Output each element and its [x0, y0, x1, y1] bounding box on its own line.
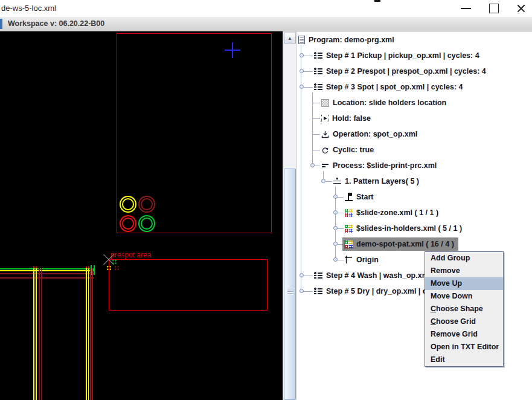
- tree-guide: [301, 45, 301, 291]
- scroll-up-button[interactable]: ▲: [284, 33, 296, 44]
- title-bar: de-ws-5-loc.xml: [0, 0, 532, 17]
- play-bracket-icon: [321, 115, 328, 122]
- workspace-toolbar: Workspace v: 06.20.22-B00: [0, 17, 532, 31]
- expand-handle-icon[interactable]: [333, 210, 338, 215]
- post-yellow-4: [88, 268, 89, 400]
- checklist-icon: [314, 83, 322, 91]
- expand-handle-icon[interactable]: [333, 257, 338, 262]
- checklist-icon: [314, 287, 322, 295]
- tree-item-hold[interactable]: Hold: false: [321, 113, 371, 124]
- menu-item-choose-grid[interactable]: Choose Grid: [425, 315, 503, 328]
- menu-item-choose-shape[interactable]: Choose Shape: [425, 303, 503, 315]
- expand-handle-icon[interactable]: [300, 85, 304, 89]
- expand-handle-icon[interactable]: [300, 289, 304, 293]
- process-bars-icon: [321, 162, 329, 169]
- window-title: de-ws-5-loc.xml: [1, 4, 56, 13]
- menu-item-open-txt-editor[interactable]: Open in TXT Editor: [425, 341, 503, 353]
- expand-handle-icon[interactable]: [333, 195, 338, 199]
- expand-handle-icon[interactable]: [310, 163, 315, 167]
- menu-item-remove-grid[interactable]: Remove Grid: [425, 328, 503, 341]
- expand-handle-icon[interactable]: [333, 242, 338, 246]
- tree-item-origin[interactable]: Origin: [345, 254, 379, 265]
- tree-item-step-3[interactable]: Step # 3 Spot | spot_op.xml | cycles: 4: [314, 82, 463, 92]
- pattern-grid-icon: [345, 240, 353, 248]
- tree-item-label: demo-spot-pat.xml ( 16 / 4 ): [356, 240, 454, 248]
- ring-maroon-inner: [141, 198, 153, 210]
- tree-item-step-1[interactable]: Step # 1 Pickup | pickup_op.xml | cycles…: [314, 50, 479, 61]
- tree-guide: [312, 150, 320, 150]
- ring-green-inner: [141, 218, 153, 230]
- rail-green: [0, 268, 94, 269]
- titlebar-mark: [374, 0, 380, 2]
- workspace-version-label: Workspace v: 06.20.22-B00: [8, 19, 104, 28]
- expand-handle-icon[interactable]: [300, 273, 304, 277]
- tree-item-label: Operation: spot_op.xml: [333, 130, 417, 138]
- minimize-button[interactable]: [461, 8, 471, 9]
- post-maroon-4: [92, 268, 93, 400]
- tree-item-label: $slides-in-holders.xml ( 5 / 1 ): [356, 224, 462, 233]
- tree-item-operation[interactable]: Operation: spot_op.xml: [321, 129, 417, 140]
- scrollbar-thumb[interactable]: [284, 169, 296, 400]
- expand-handle-icon[interactable]: [333, 226, 338, 230]
- post-yellow-2: [36, 268, 37, 400]
- tree-item-label: Step # 2 Prespot | prespot_op.xml | cycl…: [326, 67, 486, 76]
- rail-maroon-1: [0, 273, 94, 274]
- spot-dots-maroon: [114, 265, 120, 271]
- scrollbar-grip-icon: [287, 289, 293, 295]
- tree-item-label: 1. Pattern Layers( 5 ): [345, 177, 419, 185]
- tree-item-program[interactable]: Program: demo-prg.xml: [298, 34, 394, 45]
- menu-item-remove[interactable]: Remove: [425, 265, 503, 277]
- ring-red-inner: [122, 218, 134, 230]
- tree-item-label: Origin: [356, 256, 379, 264]
- tree-item-demo-spot-pat[interactable]: demo-spot-pat.xml ( 16 / 4 ): [342, 237, 458, 251]
- tree-item-step-2[interactable]: Step # 2 Prespot | prespot_op.xml | cycl…: [314, 66, 486, 77]
- rail-yellow: [0, 270, 94, 271]
- menu-item-edit[interactable]: Edit: [425, 353, 503, 366]
- menu-item-add-group[interactable]: Add Group: [425, 252, 503, 265]
- expand-handle-icon[interactable]: [321, 179, 325, 183]
- menu-item-move-down[interactable]: Move Down: [425, 290, 503, 303]
- tree-item-label: Hold: false: [332, 114, 371, 123]
- ring-yellow-inner: [122, 198, 134, 210]
- tree-item-location[interactable]: Location: slide holders location: [321, 97, 446, 108]
- tree-guide: [312, 134, 320, 135]
- tree-guide: [312, 118, 320, 119]
- origin-axis-icon: [345, 256, 353, 264]
- checklist-icon: [314, 51, 322, 60]
- tree-item-label: $slide-zone.xml ( 1 / 1 ): [356, 208, 438, 217]
- maximize-button[interactable]: [489, 4, 499, 13]
- tree-guide: [312, 92, 313, 166]
- tree-item-label: Start: [356, 193, 373, 201]
- post-yellow-3: [86, 268, 87, 400]
- tree-item-slides-in-holders[interactable]: $slides-in-holders.xml ( 5 / 1 ): [345, 223, 462, 234]
- cyclic-arrows-icon: [321, 146, 329, 154]
- rail-maroon-2: [0, 277, 94, 279]
- tree-guide: [312, 103, 320, 103]
- tree-item-pattern-layers[interactable]: 1. Pattern Layers( 5 ): [333, 176, 419, 187]
- layout-canvas[interactable]: prespot area: [0, 31, 283, 400]
- tree-item-slide-zone[interactable]: $slide-zone.xml ( 1 / 1 ): [345, 207, 438, 218]
- vertical-scrollbar[interactable]: ▲: [283, 31, 296, 400]
- arrow-into-tray-icon: [321, 131, 329, 138]
- pattern-grid-icon: [345, 209, 353, 217]
- spot-dots-yellow: [106, 265, 112, 271]
- workspace-icon: [0, 19, 2, 29]
- checklist-icon: [314, 67, 322, 76]
- prespot-area-rect: [109, 259, 268, 311]
- tree-item-start[interactable]: Start: [345, 192, 373, 202]
- tree-item-label: Location: slide holders location: [333, 98, 446, 107]
- tree-item-label: Process: $slide-print-prc.xml: [333, 161, 437, 170]
- panel-divider[interactable]: [296, 31, 297, 400]
- menu-item-move-up[interactable]: Move Up: [425, 277, 503, 290]
- post-maroon-2: [41, 268, 42, 400]
- post-maroon-1: [39, 268, 40, 400]
- expand-handle-icon[interactable]: [300, 53, 304, 57]
- spot-dots-green: [112, 259, 117, 265]
- tree-item-cyclic[interactable]: Cyclic: true: [321, 144, 374, 155]
- expand-handle-icon[interactable]: [300, 69, 304, 73]
- document-icon: [298, 36, 305, 44]
- post-yellow-1: [33, 268, 34, 400]
- layers-icon: [333, 178, 341, 185]
- tree-item-process[interactable]: Process: $slide-print-prc.xml: [321, 160, 437, 171]
- close-button[interactable]: [516, 3, 527, 14]
